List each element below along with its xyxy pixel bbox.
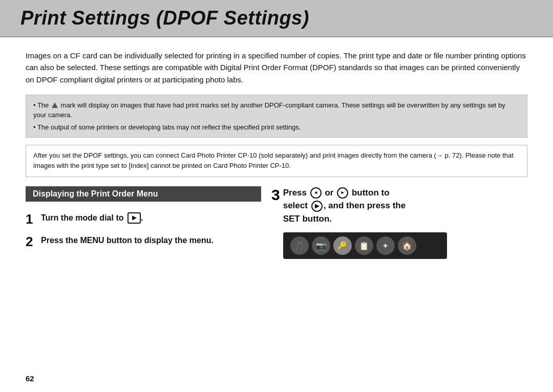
menu-icons-row: 🎵 📷 🔑 📋 ✦ 🏠 bbox=[283, 232, 447, 259]
step-2-number: 2 bbox=[26, 234, 37, 249]
page: Print Settings (DPOF Settings) Images on… bbox=[0, 0, 553, 392]
menu-icon-1: 🎵 bbox=[290, 236, 309, 255]
menu-icon-4: 📋 bbox=[355, 236, 373, 255]
select-icon: ▶ bbox=[311, 201, 323, 212]
page-content: Images on a CF card can be individually … bbox=[0, 37, 553, 269]
page-number: 62 bbox=[26, 374, 34, 383]
menu-icon-3: 🔑 bbox=[333, 236, 352, 255]
step-3: 3 Press ◄ or ► button to select ▶, and t… bbox=[271, 186, 527, 259]
menu-icon-5: ✦ bbox=[376, 236, 395, 255]
step-3-text: Press ◄ or ► button to select ▶, and the… bbox=[283, 186, 447, 226]
right-button-icon: ► bbox=[337, 187, 348, 199]
page-header: Print Settings (DPOF Settings) bbox=[0, 0, 553, 37]
bottom-section: Displaying the Print Order Menu 1 Turn t… bbox=[26, 186, 527, 259]
step-2: 2 Press the MENU button to display the m… bbox=[26, 234, 261, 249]
note-prefix: • The bbox=[33, 101, 51, 109]
section-bar-label: Displaying the Print Order Menu bbox=[26, 186, 261, 202]
step-1-number: 1 bbox=[26, 212, 37, 227]
step-1: 1 Turn the mode dial to ▶. bbox=[26, 212, 261, 227]
right-column: 3 Press ◄ or ► button to select ▶, and t… bbox=[261, 186, 527, 259]
left-button-icon: ◄ bbox=[310, 187, 322, 199]
step-2-text: Press the MENU button to display the men… bbox=[41, 234, 214, 246]
mode-dial-icon: ▶ bbox=[127, 212, 141, 224]
note-item-2: • The output of some printers or develop… bbox=[33, 122, 520, 133]
menu-icon-6: 🏠 bbox=[398, 236, 416, 255]
note-suffix: mark will display on images that have ha… bbox=[33, 101, 505, 119]
note-box: • The mark will display on images that h… bbox=[26, 95, 527, 138]
step-3-content: Press ◄ or ► button to select ▶, and the… bbox=[283, 186, 447, 259]
page-title: Print Settings (DPOF Settings) bbox=[20, 7, 533, 29]
left-column: Displaying the Print Order Menu 1 Turn t… bbox=[26, 186, 261, 257]
step-3-number: 3 bbox=[271, 186, 280, 203]
warning-triangle-icon bbox=[52, 102, 58, 108]
step-1-text: Turn the mode dial to ▶. bbox=[41, 212, 143, 224]
note-item-1: • The mark will display on images that h… bbox=[33, 100, 520, 120]
intro-paragraph: Images on a CF card can be individually … bbox=[26, 50, 527, 85]
menu-icon-2: 📷 bbox=[312, 236, 330, 255]
warning-box: After you set the DPOF settings, you can… bbox=[26, 145, 527, 177]
